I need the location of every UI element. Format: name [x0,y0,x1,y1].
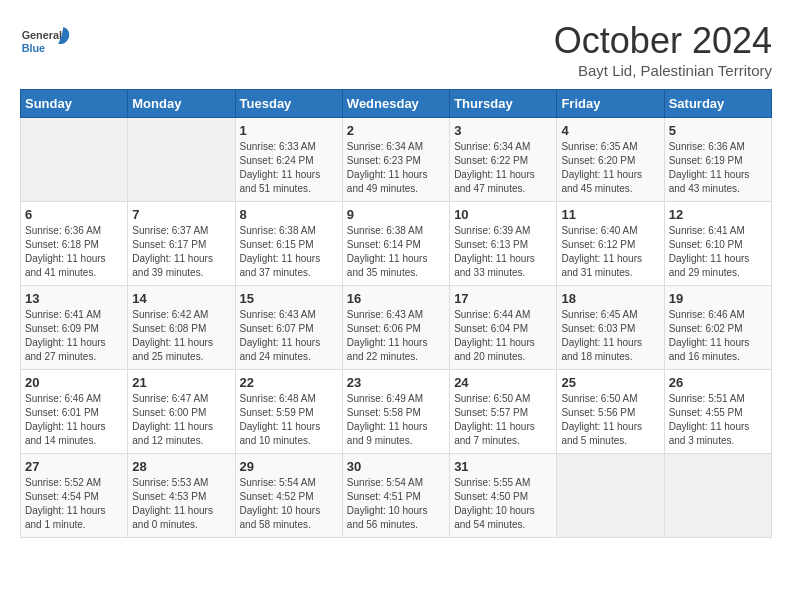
day-number: 17 [454,291,552,306]
day-number: 26 [669,375,767,390]
day-info: Sunrise: 6:38 AMSunset: 6:14 PMDaylight:… [347,224,445,280]
calendar-cell: 2Sunrise: 6:34 AMSunset: 6:23 PMDaylight… [342,118,449,202]
calendar-cell [128,118,235,202]
day-number: 9 [347,207,445,222]
day-number: 23 [347,375,445,390]
day-info: Sunrise: 6:34 AMSunset: 6:22 PMDaylight:… [454,140,552,196]
day-number: 10 [454,207,552,222]
day-info: Sunrise: 6:45 AMSunset: 6:03 PMDaylight:… [561,308,659,364]
calendar-cell: 6Sunrise: 6:36 AMSunset: 6:18 PMDaylight… [21,202,128,286]
calendar-cell: 5Sunrise: 6:36 AMSunset: 6:19 PMDaylight… [664,118,771,202]
day-number: 21 [132,375,230,390]
day-info: Sunrise: 6:42 AMSunset: 6:08 PMDaylight:… [132,308,230,364]
day-number: 14 [132,291,230,306]
calendar-cell: 26Sunrise: 5:51 AMSunset: 4:55 PMDayligh… [664,370,771,454]
calendar-cell: 15Sunrise: 6:43 AMSunset: 6:07 PMDayligh… [235,286,342,370]
day-number: 1 [240,123,338,138]
month-title: October 2024 [554,20,772,62]
calendar-week-row: 20Sunrise: 6:46 AMSunset: 6:01 PMDayligh… [21,370,772,454]
calendar-cell: 31Sunrise: 5:55 AMSunset: 4:50 PMDayligh… [450,454,557,538]
calendar-cell: 24Sunrise: 6:50 AMSunset: 5:57 PMDayligh… [450,370,557,454]
calendar-cell: 12Sunrise: 6:41 AMSunset: 6:10 PMDayligh… [664,202,771,286]
day-number: 18 [561,291,659,306]
day-number: 28 [132,459,230,474]
calendar-cell: 18Sunrise: 6:45 AMSunset: 6:03 PMDayligh… [557,286,664,370]
day-info: Sunrise: 6:43 AMSunset: 6:07 PMDaylight:… [240,308,338,364]
day-number: 22 [240,375,338,390]
day-info: Sunrise: 6:44 AMSunset: 6:04 PMDaylight:… [454,308,552,364]
day-info: Sunrise: 5:54 AMSunset: 4:51 PMDaylight:… [347,476,445,532]
day-info: Sunrise: 6:50 AMSunset: 5:56 PMDaylight:… [561,392,659,448]
calendar-cell: 21Sunrise: 6:47 AMSunset: 6:00 PMDayligh… [128,370,235,454]
day-number: 29 [240,459,338,474]
calendar-week-row: 13Sunrise: 6:41 AMSunset: 6:09 PMDayligh… [21,286,772,370]
day-info: Sunrise: 6:50 AMSunset: 5:57 PMDaylight:… [454,392,552,448]
day-info: Sunrise: 5:53 AMSunset: 4:53 PMDaylight:… [132,476,230,532]
calendar-cell [557,454,664,538]
calendar-cell: 23Sunrise: 6:49 AMSunset: 5:58 PMDayligh… [342,370,449,454]
svg-text:General: General [22,29,62,41]
day-number: 11 [561,207,659,222]
calendar-cell: 20Sunrise: 6:46 AMSunset: 6:01 PMDayligh… [21,370,128,454]
day-number: 13 [25,291,123,306]
day-number: 6 [25,207,123,222]
day-info: Sunrise: 6:49 AMSunset: 5:58 PMDaylight:… [347,392,445,448]
day-info: Sunrise: 6:41 AMSunset: 6:09 PMDaylight:… [25,308,123,364]
calendar-week-row: 27Sunrise: 5:52 AMSunset: 4:54 PMDayligh… [21,454,772,538]
day-info: Sunrise: 6:43 AMSunset: 6:06 PMDaylight:… [347,308,445,364]
header-friday: Friday [557,90,664,118]
day-info: Sunrise: 5:51 AMSunset: 4:55 PMDaylight:… [669,392,767,448]
day-info: Sunrise: 5:52 AMSunset: 4:54 PMDaylight:… [25,476,123,532]
logo-svg: General Blue [20,20,70,65]
calendar-cell: 4Sunrise: 6:35 AMSunset: 6:20 PMDaylight… [557,118,664,202]
calendar-week-row: 1Sunrise: 6:33 AMSunset: 6:24 PMDaylight… [21,118,772,202]
day-number: 15 [240,291,338,306]
calendar-cell: 1Sunrise: 6:33 AMSunset: 6:24 PMDaylight… [235,118,342,202]
day-info: Sunrise: 6:46 AMSunset: 6:01 PMDaylight:… [25,392,123,448]
day-info: Sunrise: 6:40 AMSunset: 6:12 PMDaylight:… [561,224,659,280]
calendar-cell: 17Sunrise: 6:44 AMSunset: 6:04 PMDayligh… [450,286,557,370]
day-info: Sunrise: 6:47 AMSunset: 6:00 PMDaylight:… [132,392,230,448]
calendar-cell: 3Sunrise: 6:34 AMSunset: 6:22 PMDaylight… [450,118,557,202]
day-number: 16 [347,291,445,306]
calendar-cell: 27Sunrise: 5:52 AMSunset: 4:54 PMDayligh… [21,454,128,538]
day-number: 4 [561,123,659,138]
calendar-cell: 22Sunrise: 6:48 AMSunset: 5:59 PMDayligh… [235,370,342,454]
calendar-cell: 28Sunrise: 5:53 AMSunset: 4:53 PMDayligh… [128,454,235,538]
day-info: Sunrise: 6:46 AMSunset: 6:02 PMDaylight:… [669,308,767,364]
day-info: Sunrise: 5:54 AMSunset: 4:52 PMDaylight:… [240,476,338,532]
calendar-cell: 10Sunrise: 6:39 AMSunset: 6:13 PMDayligh… [450,202,557,286]
day-number: 8 [240,207,338,222]
calendar-table: SundayMondayTuesdayWednesdayThursdayFrid… [20,89,772,538]
calendar-header-row: SundayMondayTuesdayWednesdayThursdayFrid… [21,90,772,118]
day-number: 19 [669,291,767,306]
svg-text:Blue: Blue [22,42,45,54]
day-number: 31 [454,459,552,474]
calendar-cell: 30Sunrise: 5:54 AMSunset: 4:51 PMDayligh… [342,454,449,538]
day-info: Sunrise: 6:36 AMSunset: 6:18 PMDaylight:… [25,224,123,280]
day-number: 5 [669,123,767,138]
location-title: Bayt Lid, Palestinian Territory [554,62,772,79]
day-number: 2 [347,123,445,138]
day-info: Sunrise: 6:34 AMSunset: 6:23 PMDaylight:… [347,140,445,196]
calendar-cell [21,118,128,202]
calendar-cell: 16Sunrise: 6:43 AMSunset: 6:06 PMDayligh… [342,286,449,370]
calendar-cell: 11Sunrise: 6:40 AMSunset: 6:12 PMDayligh… [557,202,664,286]
day-number: 20 [25,375,123,390]
calendar-cell: 7Sunrise: 6:37 AMSunset: 6:17 PMDaylight… [128,202,235,286]
day-info: Sunrise: 6:48 AMSunset: 5:59 PMDaylight:… [240,392,338,448]
calendar-cell: 29Sunrise: 5:54 AMSunset: 4:52 PMDayligh… [235,454,342,538]
calendar-cell: 19Sunrise: 6:46 AMSunset: 6:02 PMDayligh… [664,286,771,370]
header-monday: Monday [128,90,235,118]
logo: General Blue [20,20,70,65]
day-info: Sunrise: 6:38 AMSunset: 6:15 PMDaylight:… [240,224,338,280]
calendar-cell: 14Sunrise: 6:42 AMSunset: 6:08 PMDayligh… [128,286,235,370]
day-info: Sunrise: 5:55 AMSunset: 4:50 PMDaylight:… [454,476,552,532]
calendar-cell: 8Sunrise: 6:38 AMSunset: 6:15 PMDaylight… [235,202,342,286]
day-info: Sunrise: 6:39 AMSunset: 6:13 PMDaylight:… [454,224,552,280]
day-number: 24 [454,375,552,390]
calendar-cell: 13Sunrise: 6:41 AMSunset: 6:09 PMDayligh… [21,286,128,370]
day-number: 12 [669,207,767,222]
calendar-week-row: 6Sunrise: 6:36 AMSunset: 6:18 PMDaylight… [21,202,772,286]
title-block: October 2024 Bayt Lid, Palestinian Terri… [554,20,772,79]
